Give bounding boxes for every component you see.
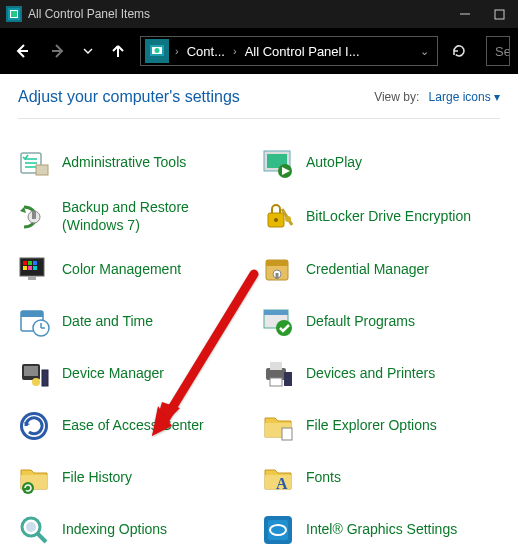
item-date-time[interactable]: Date and Time (18, 306, 256, 338)
svg-rect-24 (23, 266, 27, 270)
control-panel-app-icon (6, 6, 22, 22)
svg-rect-33 (21, 311, 43, 317)
backup-restore-icon (18, 201, 50, 233)
recent-dropdown-button[interactable] (80, 37, 96, 65)
svg-rect-47 (284, 372, 292, 386)
breadcrumb-chevron[interactable]: › (231, 45, 239, 57)
item-bitlocker[interactable]: BitLocker Drive Encryption (262, 199, 500, 234)
svg-point-9 (155, 48, 160, 53)
device-manager-icon (18, 358, 50, 390)
svg-rect-41 (24, 366, 38, 376)
refresh-button[interactable] (446, 43, 472, 59)
svg-rect-25 (28, 266, 32, 270)
item-administrative-tools[interactable]: Administrative Tools (18, 147, 256, 179)
item-file-history[interactable]: File History (18, 462, 256, 494)
view-by-label: View by: (374, 90, 419, 104)
item-label: Color Management (62, 261, 181, 279)
svg-rect-51 (282, 428, 292, 440)
item-credential-manager[interactable]: Credential Manager (262, 254, 500, 286)
svg-rect-21 (23, 261, 27, 265)
item-label: Intel® Graphics Settings (306, 521, 457, 539)
color-management-icon (18, 254, 50, 286)
breadcrumb-chevron[interactable]: › (173, 45, 181, 57)
up-button[interactable] (104, 37, 132, 65)
indexing-options-icon (18, 514, 50, 546)
navigation-bar: › Cont... › All Control Panel I... ⌄ Sea… (0, 28, 518, 74)
minimize-button[interactable] (458, 7, 472, 21)
view-by-dropdown[interactable]: Large icons ▾ (429, 90, 500, 104)
item-default-programs[interactable]: Default Programs (262, 306, 500, 338)
svg-rect-27 (28, 276, 36, 280)
breadcrumb-part2[interactable]: All Control Panel I... (239, 44, 366, 59)
svg-rect-23 (33, 261, 37, 265)
item-label: Devices and Printers (306, 365, 435, 383)
svg-rect-42 (42, 370, 48, 386)
bitlocker-icon (262, 201, 294, 233)
item-file-explorer-options[interactable]: File Explorer Options (262, 410, 500, 442)
svg-rect-38 (264, 310, 288, 315)
search-input[interactable]: Search Control Pa (486, 36, 510, 66)
window-title: All Control Panel Items (28, 7, 150, 21)
ease-of-access-icon (18, 410, 50, 442)
svg-point-43 (32, 378, 40, 386)
svg-rect-11 (36, 165, 48, 175)
control-panel-grid: Administrative Tools AutoPlay Backup and… (18, 147, 500, 546)
view-by: View by: Large icons ▾ (374, 90, 500, 104)
svg-rect-31 (276, 273, 279, 279)
item-ease-of-access[interactable]: Ease of Access Center (18, 410, 256, 442)
svg-rect-2 (11, 11, 17, 17)
address-dropdown-icon[interactable]: ⌄ (412, 45, 437, 58)
admin-tools-icon (18, 147, 50, 179)
file-history-icon (18, 462, 50, 494)
item-label: File Explorer Options (306, 417, 437, 435)
adjust-settings-heading: Adjust your computer's settings (18, 88, 240, 106)
breadcrumb-part1[interactable]: Cont... (181, 44, 231, 59)
svg-rect-45 (270, 362, 282, 370)
svg-point-19 (285, 216, 291, 222)
svg-rect-29 (266, 260, 288, 266)
item-fonts[interactable]: A Fonts (262, 462, 500, 494)
file-explorer-options-icon (262, 410, 294, 442)
item-label: Ease of Access Center (62, 417, 204, 435)
svg-point-18 (274, 218, 278, 222)
item-label: AutoPlay (306, 154, 362, 172)
svg-rect-46 (270, 378, 282, 386)
item-color-management[interactable]: Color Management (18, 254, 256, 286)
item-label: Indexing Options (62, 521, 167, 539)
item-label: Default Programs (306, 313, 415, 331)
item-indexing-options[interactable]: Indexing Options (18, 514, 256, 546)
item-label: Backup and Restore (Windows 7) (62, 199, 222, 234)
svg-rect-16 (32, 211, 36, 219)
svg-line-57 (37, 533, 46, 542)
svg-point-39 (276, 320, 292, 336)
separator (18, 118, 500, 119)
intel-graphics-icon (262, 514, 294, 546)
autoplay-icon (262, 147, 294, 179)
item-label: Date and Time (62, 313, 153, 331)
date-time-icon (18, 306, 50, 338)
control-panel-icon (145, 39, 169, 63)
maximize-button[interactable] (492, 7, 506, 21)
svg-rect-4 (495, 10, 504, 19)
svg-rect-26 (33, 266, 37, 270)
item-device-manager[interactable]: Device Manager (18, 358, 256, 390)
svg-point-58 (26, 522, 36, 532)
item-devices-printers[interactable]: Devices and Printers (262, 358, 500, 390)
credential-manager-icon (262, 254, 294, 286)
default-programs-icon (262, 306, 294, 338)
svg-text:A: A (276, 475, 288, 492)
item-label: BitLocker Drive Encryption (306, 208, 471, 226)
item-label: Administrative Tools (62, 154, 186, 172)
item-intel-graphics[interactable]: Intel® Graphics Settings (262, 514, 500, 546)
back-button[interactable] (8, 37, 36, 65)
forward-button[interactable] (44, 37, 72, 65)
title-bar: All Control Panel Items (0, 0, 518, 28)
address-bar[interactable]: › Cont... › All Control Panel I... ⌄ (140, 36, 438, 66)
svg-point-53 (22, 482, 34, 494)
item-autoplay[interactable]: AutoPlay (262, 147, 500, 179)
item-label: Device Manager (62, 365, 164, 383)
item-label: Fonts (306, 469, 341, 487)
item-label: File History (62, 469, 132, 487)
item-backup-restore[interactable]: Backup and Restore (Windows 7) (18, 199, 256, 234)
item-label: Credential Manager (306, 261, 429, 279)
